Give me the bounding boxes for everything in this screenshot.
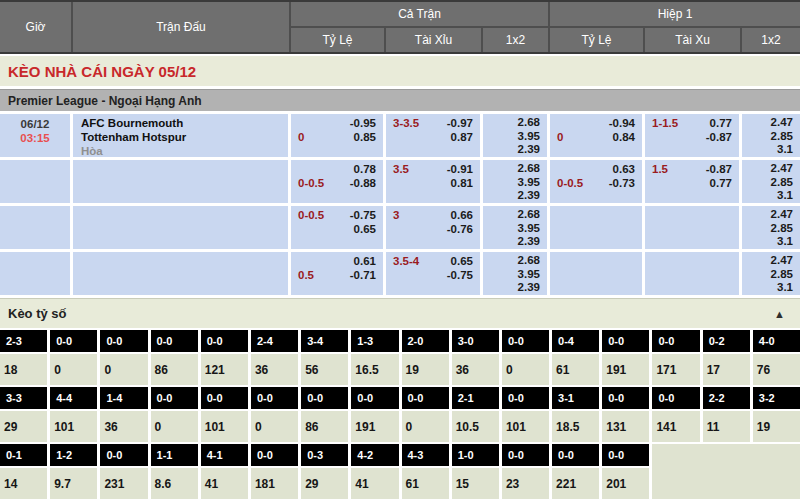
odds-cell-over-under-full[interactable]: 30.66-0.76 — [386, 206, 480, 249]
score-cell[interactable]: 0-0 — [201, 387, 248, 409]
score-cell[interactable]: 0-0 — [251, 387, 298, 409]
odds-cell-handicap-full[interactable]: 0.780-0.5-0.88 — [291, 160, 383, 203]
score-odds-cell[interactable]: 86 — [301, 411, 348, 442]
score-odds-cell[interactable]: 0 — [50, 354, 97, 385]
score-cell[interactable]: 0-0 — [502, 444, 549, 466]
match-teams-cell[interactable] — [73, 206, 288, 249]
score-cell[interactable]: 0-0 — [151, 330, 198, 352]
score-odds-cell[interactable]: 8.6 — [151, 468, 198, 499]
score-odds-cell[interactable]: 191 — [351, 411, 398, 442]
score-cell[interactable]: 2-2 — [703, 387, 750, 409]
score-cell[interactable]: 0-0 — [552, 444, 599, 466]
score-cell[interactable]: 1-2 — [50, 444, 97, 466]
score-cell[interactable]: 4-2 — [351, 444, 398, 466]
score-cell[interactable]: 4-1 — [201, 444, 248, 466]
score-cell[interactable]: 0-1 — [0, 444, 47, 466]
score-odds-cell[interactable]: 0 — [402, 411, 449, 442]
odds-cell-handicap-full[interactable]: 0.610.5-0.71 — [291, 252, 383, 295]
match-teams-cell[interactable] — [73, 252, 288, 295]
score-cell[interactable]: 0-0 — [652, 330, 699, 352]
score-cell[interactable]: 1-3 — [351, 330, 398, 352]
score-cell[interactable]: 4-0 — [753, 330, 800, 352]
collapse-arrow-icon[interactable]: ▲ — [774, 308, 785, 320]
score-odds-cell[interactable]: 16.5 — [351, 354, 398, 385]
score-odds-cell[interactable]: 19 — [753, 411, 800, 442]
score-odds-cell[interactable]: 181 — [251, 468, 298, 499]
score-odds-cell[interactable]: 86 — [151, 354, 198, 385]
odds-cell-over-under-full[interactable]: 3.5-0.910.81 — [386, 160, 480, 203]
odds-cell-1x2-full[interactable]: 2.683.952.39 — [483, 114, 547, 157]
score-odds-cell[interactable]: 23 — [502, 468, 549, 499]
score-odds-cell[interactable]: 19 — [402, 354, 449, 385]
score-cell[interactable]: 1-1 — [151, 444, 198, 466]
match-teams-cell[interactable] — [73, 160, 288, 203]
score-cell[interactable]: 3-3 — [0, 387, 47, 409]
score-cell[interactable]: 3-1 — [552, 387, 599, 409]
odds-cell-1x2-full[interactable]: 2.683.952.39 — [483, 160, 547, 203]
score-cell[interactable]: 0-0 — [50, 330, 97, 352]
score-odds-cell[interactable]: 29 — [0, 411, 47, 442]
score-cell[interactable]: 0-0 — [602, 330, 649, 352]
odds-cell-1x2-half[interactable]: 2.472.853.1 — [742, 252, 800, 295]
match-teams-cell[interactable]: AFC BournemouthTottenham HotspurHòa — [73, 114, 288, 157]
odds-cell-1x2-full[interactable]: 2.683.952.39 — [483, 206, 547, 249]
score-cell[interactable]: 2-0 — [402, 330, 449, 352]
score-odds-cell[interactable]: 9.7 — [50, 468, 97, 499]
score-odds-cell[interactable]: 18.5 — [552, 411, 599, 442]
odds-cell-1x2-full[interactable]: 2.683.952.39 — [483, 252, 547, 295]
odds-cell-handicap-full[interactable]: 0-0.5-0.750.65 — [291, 206, 383, 249]
odds-cell-handicap-half[interactable]: 0.630-0.5-0.73 — [550, 160, 642, 203]
league-header[interactable]: Premier League - Ngoại Hạng Anh — [0, 89, 800, 111]
score-cell[interactable]: 0-0 — [301, 387, 348, 409]
score-cell[interactable]: 3-2 — [753, 387, 800, 409]
score-odds-cell[interactable]: 221 — [552, 468, 599, 499]
score-odds-cell[interactable]: 29 — [301, 468, 348, 499]
score-odds-cell[interactable]: 15 — [452, 468, 499, 499]
score-cell[interactable]: 4-4 — [50, 387, 97, 409]
odds-cell-over-under-half[interactable]: 1.5-0.870.77 — [645, 160, 739, 203]
score-odds-cell[interactable]: 171 — [652, 354, 699, 385]
score-cell[interactable]: 0-0 — [502, 387, 549, 409]
odds-cell-handicap-full[interactable]: -0.9500.85 — [291, 114, 383, 157]
score-odds-cell[interactable]: 18 — [0, 354, 47, 385]
odds-cell-1x2-half[interactable]: 2.472.853.1 — [742, 206, 800, 249]
score-odds-cell[interactable]: 101 — [502, 411, 549, 442]
score-odds-cell[interactable]: 0 — [100, 354, 147, 385]
score-odds-cell[interactable]: 41 — [351, 468, 398, 499]
score-cell[interactable]: 0-0 — [502, 330, 549, 352]
score-cell[interactable]: 2-1 — [452, 387, 499, 409]
score-odds-cell[interactable]: 61 — [552, 354, 599, 385]
score-cell[interactable]: 0-0 — [602, 444, 649, 466]
score-cell[interactable]: 3-0 — [452, 330, 499, 352]
odds-cell-over-under-full[interactable]: 3-3.5-0.970.87 — [386, 114, 480, 157]
score-cell[interactable]: 0-3 — [301, 444, 348, 466]
score-cell[interactable]: 0-0 — [652, 387, 699, 409]
score-odds-cell[interactable]: 41 — [201, 468, 248, 499]
score-odds-cell[interactable]: 191 — [602, 354, 649, 385]
score-odds-cell[interactable]: 10.5 — [452, 411, 499, 442]
score-odds-cell[interactable]: 101 — [50, 411, 97, 442]
odds-cell-1x2-half[interactable]: 2.472.853.1 — [742, 114, 800, 157]
score-cell[interactable]: 0-0 — [602, 387, 649, 409]
score-odds-cell[interactable]: 131 — [602, 411, 649, 442]
score-odds-cell[interactable]: 36 — [452, 354, 499, 385]
score-cell[interactable]: 0-0 — [201, 330, 248, 352]
odds-cell-1x2-half[interactable]: 2.472.853.1 — [742, 160, 800, 203]
odds-cell-over-under-half[interactable] — [645, 252, 739, 295]
score-cell[interactable]: 1-0 — [452, 444, 499, 466]
odds-cell-over-under-half[interactable]: 1-1.50.77-0.87 — [645, 114, 739, 157]
score-cell[interactable]: 4-3 — [402, 444, 449, 466]
score-odds-cell[interactable]: 76 — [753, 354, 800, 385]
score-cell[interactable]: 0-0 — [402, 387, 449, 409]
odds-cell-over-under-half[interactable] — [645, 206, 739, 249]
score-cell[interactable]: 0-0 — [100, 330, 147, 352]
score-cell[interactable]: 2-4 — [251, 330, 298, 352]
score-cell[interactable]: 0-0 — [351, 387, 398, 409]
score-cell[interactable]: 0-2 — [703, 330, 750, 352]
score-odds-cell[interactable]: 141 — [652, 411, 699, 442]
score-odds-cell[interactable]: 231 — [100, 468, 147, 499]
odds-cell-over-under-full[interactable]: 3.5-40.65-0.75 — [386, 252, 480, 295]
score-cell[interactable]: 3-4 — [301, 330, 348, 352]
score-odds-cell[interactable]: 56 — [301, 354, 348, 385]
score-odds-cell[interactable]: 11 — [703, 411, 750, 442]
